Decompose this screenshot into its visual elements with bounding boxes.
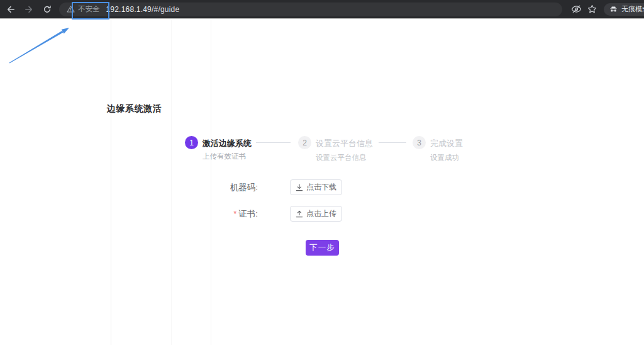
layout-divider-left <box>111 20 111 345</box>
step-3-circle: 3 <box>413 136 426 149</box>
upload-icon <box>296 210 303 218</box>
step-1-circle: 1 <box>185 136 198 149</box>
url-text: 192.168.1.49/#/guide <box>106 5 180 14</box>
security-label: 不安全 <box>78 4 100 14</box>
url-host: 192.168.1.49 <box>106 5 152 14</box>
step-connector-2 <box>379 142 406 143</box>
back-button[interactable] <box>3 2 18 17</box>
guide-page: 边缘系统激活 1 激活边缘系统 上传有效证书 2 设置云平台信息 设置云平台信息… <box>0 20 644 345</box>
incognito-badge: 无痕模式 <box>604 3 644 16</box>
browser-toolbar: 不安全 192.168.1.49/#/guide 无痕模式 <box>0 0 644 19</box>
back-icon <box>6 5 15 14</box>
incognito-label: 无痕模式 <box>621 4 644 14</box>
step-1-title: 激活边缘系统 <box>203 138 252 149</box>
download-button-label: 点击下载 <box>306 182 336 193</box>
reload-icon <box>43 5 52 14</box>
step-3-description: 设置成功 <box>430 153 459 162</box>
certificate-label: *证书: <box>208 208 258 220</box>
step-2-circle: 2 <box>298 136 311 149</box>
address-bar[interactable]: 不安全 192.168.1.49/#/guide <box>59 3 562 16</box>
next-step-button[interactable]: 下一步 <box>306 240 339 256</box>
incognito-icon <box>609 5 618 13</box>
download-icon <box>296 184 303 191</box>
upload-button-label: 点击上传 <box>306 208 336 219</box>
step-3-title: 完成设置 <box>430 138 463 149</box>
upload-certificate-button[interactable]: 点击上传 <box>290 206 342 222</box>
required-mark: * <box>233 209 236 218</box>
reload-button[interactable] <box>40 2 55 17</box>
forward-icon <box>25 5 33 14</box>
download-machine-code-button[interactable]: 点击下载 <box>290 179 342 195</box>
step-2-title: 设置云平台信息 <box>316 138 373 149</box>
eye-slash-icon <box>571 4 582 14</box>
machine-code-label: 机器码: <box>208 182 258 193</box>
hidden-eye-button[interactable] <box>569 3 583 16</box>
step-1-description: 上传有效证书 <box>203 152 246 161</box>
step-2-description: 设置云平台信息 <box>316 153 367 162</box>
layout-divider-mid <box>171 20 172 345</box>
star-icon <box>587 4 597 14</box>
forward-button[interactable] <box>21 2 36 17</box>
step-connector-1 <box>256 142 291 143</box>
bookmark-button[interactable] <box>585 3 599 16</box>
url-path: /#/guide <box>152 5 179 14</box>
toolbar-right-actions: 无痕模式 <box>567 3 644 16</box>
page-title: 边缘系统激活 <box>107 103 162 115</box>
not-secure-warning-icon <box>67 5 75 13</box>
